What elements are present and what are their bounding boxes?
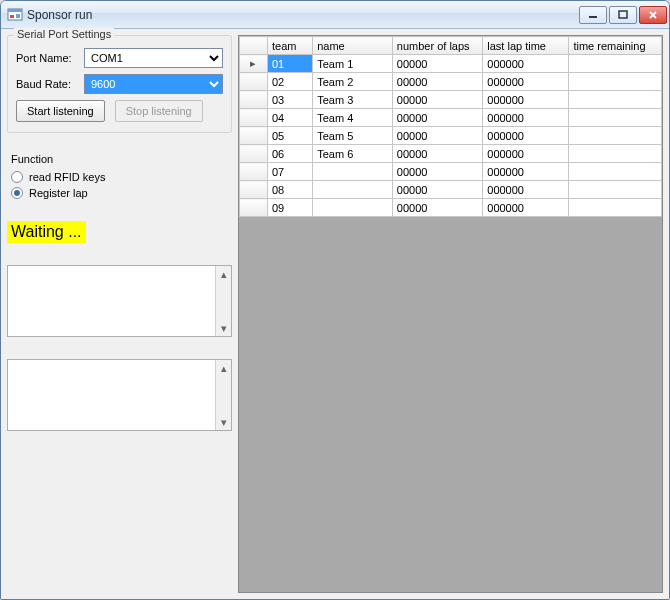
cell-last[interactable]: 000000 xyxy=(483,73,569,91)
laps-table[interactable]: team name number of laps last lap time t… xyxy=(239,36,662,217)
cell-time[interactable] xyxy=(569,73,662,91)
cell-time[interactable] xyxy=(569,91,662,109)
cell-last[interactable]: 000000 xyxy=(483,91,569,109)
app-window: Sponsor run Serial Port Settings Port Na… xyxy=(0,0,670,600)
scroll-down-icon[interactable]: ▾ xyxy=(216,414,231,430)
row-header[interactable] xyxy=(240,181,268,199)
row-header[interactable] xyxy=(240,73,268,91)
window-title: Sponsor run xyxy=(27,8,579,22)
port-name-label: Port Name: xyxy=(16,52,78,64)
radio-icon xyxy=(11,187,23,199)
cell-time[interactable] xyxy=(569,127,662,145)
app-icon xyxy=(7,7,23,23)
row-header[interactable] xyxy=(240,163,268,181)
cell-time[interactable] xyxy=(569,181,662,199)
cell-name[interactable] xyxy=(313,181,393,199)
col-last[interactable]: last lap time xyxy=(483,37,569,55)
log-textbox-1[interactable]: ▴ ▾ xyxy=(7,265,232,337)
row-header[interactable]: ▸ xyxy=(240,55,268,73)
cell-name[interactable]: Team 3 xyxy=(313,91,393,109)
status-label: Waiting ... xyxy=(7,221,86,243)
cell-name[interactable]: Team 6 xyxy=(313,145,393,163)
row-header[interactable] xyxy=(240,199,268,217)
cell-time[interactable] xyxy=(569,199,662,217)
cell-team[interactable]: 07 xyxy=(267,163,312,181)
scroll-up-icon[interactable]: ▴ xyxy=(216,360,231,376)
baud-rate-select[interactable]: 9600 xyxy=(84,74,223,94)
svg-rect-2 xyxy=(10,15,14,18)
port-name-select[interactable]: COM1 xyxy=(84,48,223,68)
cell-name[interactable]: Team 2 xyxy=(313,73,393,91)
row-header[interactable] xyxy=(240,145,268,163)
table-row[interactable]: 03Team 300000000000 xyxy=(240,91,662,109)
svg-rect-3 xyxy=(16,14,20,18)
cell-laps[interactable]: 00000 xyxy=(392,163,482,181)
radio-register-lap[interactable]: Register lap xyxy=(11,187,232,199)
col-time[interactable]: time remaining xyxy=(569,37,662,55)
col-team[interactable]: team xyxy=(267,37,312,55)
table-row[interactable]: 0800000000000 xyxy=(240,181,662,199)
cell-time[interactable] xyxy=(569,145,662,163)
cell-name[interactable] xyxy=(313,199,393,217)
table-row[interactable]: ▸01Team 100000000000 xyxy=(240,55,662,73)
cell-laps[interactable]: 00000 xyxy=(392,127,482,145)
titlebar[interactable]: Sponsor run xyxy=(1,1,669,29)
table-row[interactable]: 04Team 400000000000 xyxy=(240,109,662,127)
cell-last[interactable]: 000000 xyxy=(483,199,569,217)
scroll-down-icon[interactable]: ▾ xyxy=(216,320,231,336)
cell-laps[interactable]: 00000 xyxy=(392,181,482,199)
cell-laps[interactable]: 00000 xyxy=(392,109,482,127)
cell-last[interactable]: 000000 xyxy=(483,181,569,199)
radio-read-rfid[interactable]: read RFID keys xyxy=(11,171,232,183)
cell-last[interactable]: 000000 xyxy=(483,145,569,163)
function-group: Function read RFID keys Register lap xyxy=(7,153,232,203)
cell-team[interactable]: 04 xyxy=(267,109,312,127)
col-laps[interactable]: number of laps xyxy=(392,37,482,55)
close-button[interactable] xyxy=(639,6,667,24)
log-textbox-2[interactable]: ▴ ▾ xyxy=(7,359,232,431)
cell-time[interactable] xyxy=(569,163,662,181)
cell-team[interactable]: 09 xyxy=(267,199,312,217)
cell-laps[interactable]: 00000 xyxy=(392,73,482,91)
cell-laps[interactable]: 00000 xyxy=(392,145,482,163)
cell-last[interactable]: 000000 xyxy=(483,109,569,127)
cell-time[interactable] xyxy=(569,109,662,127)
cell-time[interactable] xyxy=(569,55,662,73)
cell-laps[interactable]: 00000 xyxy=(392,91,482,109)
cell-last[interactable]: 000000 xyxy=(483,127,569,145)
row-header[interactable] xyxy=(240,109,268,127)
cell-name[interactable]: Team 4 xyxy=(313,109,393,127)
cell-name[interactable] xyxy=(313,163,393,181)
data-grid-panel[interactable]: team name number of laps last lap time t… xyxy=(238,35,663,593)
cell-team[interactable]: 02 xyxy=(267,73,312,91)
scrollbar[interactable]: ▴ ▾ xyxy=(215,360,231,430)
svg-rect-5 xyxy=(619,11,627,18)
start-listening-button[interactable]: Start listening xyxy=(16,100,105,122)
cell-name[interactable]: Team 5 xyxy=(313,127,393,145)
row-header[interactable] xyxy=(240,91,268,109)
window-controls xyxy=(579,6,667,24)
cell-team[interactable]: 05 xyxy=(267,127,312,145)
maximize-button[interactable] xyxy=(609,6,637,24)
scroll-up-icon[interactable]: ▴ xyxy=(216,266,231,282)
cell-last[interactable]: 000000 xyxy=(483,55,569,73)
cell-laps[interactable]: 00000 xyxy=(392,199,482,217)
table-row[interactable]: 0700000000000 xyxy=(240,163,662,181)
cell-last[interactable]: 000000 xyxy=(483,163,569,181)
table-row[interactable]: 02Team 200000000000 xyxy=(240,73,662,91)
table-row[interactable]: 06Team 600000000000 xyxy=(240,145,662,163)
cell-team[interactable]: 01 xyxy=(267,55,312,73)
cell-team[interactable]: 06 xyxy=(267,145,312,163)
table-row[interactable]: 0900000000000 xyxy=(240,199,662,217)
cell-team[interactable]: 08 xyxy=(267,181,312,199)
table-row[interactable]: 05Team 500000000000 xyxy=(240,127,662,145)
scrollbar[interactable]: ▴ ▾ xyxy=(215,266,231,336)
cell-name[interactable]: Team 1 xyxy=(313,55,393,73)
col-name[interactable]: name xyxy=(313,37,393,55)
cell-team[interactable]: 03 xyxy=(267,91,312,109)
cell-laps[interactable]: 00000 xyxy=(392,55,482,73)
row-header-corner[interactable] xyxy=(240,37,268,55)
row-header[interactable] xyxy=(240,127,268,145)
stop-listening-button: Stop listening xyxy=(115,100,203,122)
minimize-button[interactable] xyxy=(579,6,607,24)
